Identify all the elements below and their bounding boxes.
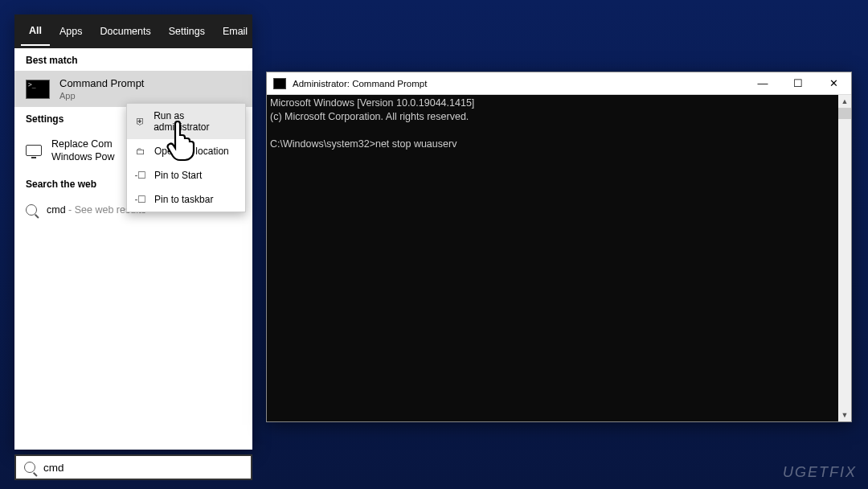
context-item-label: Run as administrator — [154, 110, 237, 133]
close-button[interactable]: ✕ — [816, 72, 851, 95]
search-icon — [26, 204, 37, 216]
terminal-line: (c) Microsoft Corporation. All rights re… — [270, 110, 848, 124]
search-input[interactable] — [43, 462, 243, 474]
monitor-icon — [26, 145, 42, 156]
best-match-subtitle: App — [59, 91, 144, 101]
context-pin-to-taskbar[interactable]: -☐ Pin to taskbar — [127, 187, 245, 212]
context-open-file-location[interactable]: 🗀 Open file location — [127, 139, 245, 163]
admin-shield-icon: ⛨ — [135, 116, 145, 127]
best-match-item[interactable]: Command Prompt App — [14, 71, 252, 107]
search-icon — [24, 462, 35, 473]
scrollbar-thumb[interactable] — [838, 108, 851, 119]
pin-start-icon: -☐ — [135, 170, 146, 181]
window-title: Administrator: Command Prompt — [293, 79, 427, 88]
watermark: UGETFIX — [783, 464, 857, 481]
context-item-label: Open file location — [154, 146, 229, 157]
tab-apps[interactable]: Apps — [51, 18, 91, 45]
terminal-scrollbar[interactable]: ▲ ▼ — [838, 95, 851, 421]
terminal-line — [270, 124, 848, 138]
context-pin-to-start[interactable]: -☐ Pin to Start — [127, 163, 245, 187]
tab-documents[interactable]: Documents — [92, 18, 158, 45]
tab-all[interactable]: All — [21, 17, 50, 46]
folder-icon: 🗀 — [135, 146, 146, 157]
terminal-output[interactable]: Microsoft Windows [Version 10.0.19044.14… — [267, 95, 851, 421]
context-item-label: Pin to taskbar — [154, 194, 213, 205]
minimize-button[interactable]: — — [745, 72, 780, 95]
command-prompt-icon — [26, 80, 50, 99]
search-box[interactable] — [14, 454, 252, 480]
tab-email[interactable]: Email — [215, 18, 256, 45]
start-search-panel: All Apps Documents Settings Email Best m… — [14, 14, 252, 450]
search-filter-tabs: All Apps Documents Settings Email — [14, 14, 252, 48]
pin-taskbar-icon: -☐ — [135, 194, 146, 205]
scroll-down-icon[interactable]: ▼ — [838, 409, 851, 421]
tab-settings[interactable]: Settings — [161, 18, 213, 45]
best-match-header: Best match — [14, 48, 252, 71]
window-icon — [273, 78, 286, 89]
terminal-line: C:\Windows\system32>net stop wuauserv — [270, 138, 848, 151]
window-titlebar[interactable]: Administrator: Command Prompt — ☐ ✕ — [267, 72, 851, 95]
context-menu: ⛨ Run as administrator 🗀 Open file locat… — [126, 103, 246, 212]
settings-result-text: Replace ComWindows Pow — [51, 138, 115, 164]
context-item-label: Pin to Start — [154, 170, 202, 181]
terminal-line: Microsoft Windows [Version 10.0.19044.14… — [270, 97, 848, 110]
context-run-as-admin[interactable]: ⛨ Run as administrator — [127, 104, 245, 139]
scroll-up-icon[interactable]: ▲ — [838, 95, 851, 108]
command-prompt-window: Administrator: Command Prompt — ☐ ✕ Micr… — [266, 72, 852, 422]
best-match-title: Command Prompt — [59, 77, 144, 89]
maximize-button[interactable]: ☐ — [780, 72, 816, 95]
